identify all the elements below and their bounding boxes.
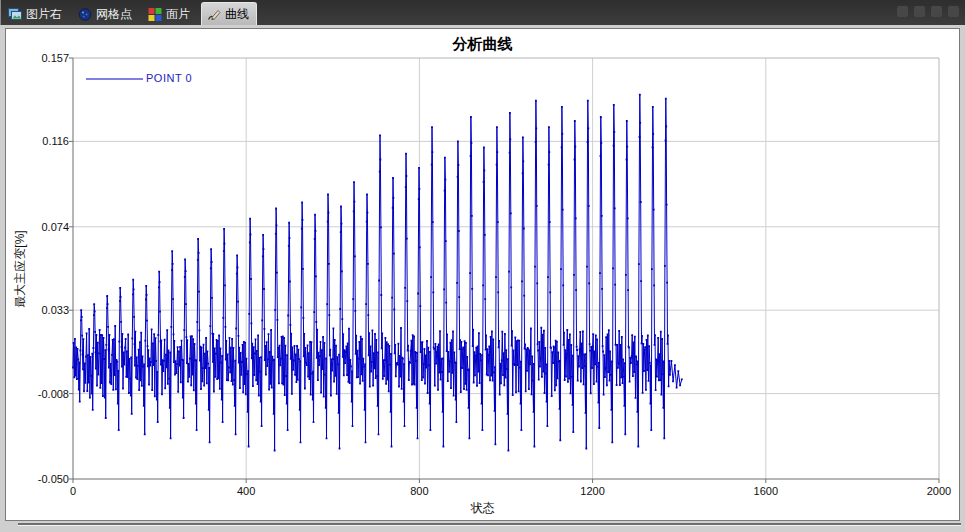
y-tick-label: -0.050 (25, 473, 69, 485)
x-tick-label: 1600 (744, 485, 788, 497)
photo-icon (8, 8, 22, 21)
toolbar-icon[interactable] (931, 6, 942, 17)
tab-label: 面片 (166, 6, 190, 23)
curve-panel: 分析曲线 POINT 0 最大主应变[%] 状态 0.1570.1160.074… (5, 28, 960, 521)
tab-mesh-points[interactable]: 网格点 (73, 4, 139, 25)
y-axis-label: 最大主应变[%] (12, 169, 26, 369)
y-tick-label: 0.074 (25, 221, 69, 233)
chart-title: 分析曲线 (6, 35, 959, 54)
y-tick-label: 0.116 (25, 135, 69, 147)
tab-curve[interactable]: 曲线 (201, 2, 257, 25)
y-tick-label: 0.157 (25, 52, 69, 64)
x-tick-label: 2000 (917, 485, 961, 497)
bottom-groove (18, 523, 961, 526)
x-tick-label: 800 (397, 485, 441, 497)
x-tick-label: 1200 (571, 485, 615, 497)
toolbar-icon[interactable] (948, 6, 959, 17)
tab-image-right[interactable]: 图片右 (3, 4, 69, 25)
mesh-point-icon (78, 8, 92, 21)
toolbar-icon[interactable] (914, 6, 925, 17)
y-tick-label: -0.008 (25, 388, 69, 400)
x-tick-label: 0 (51, 485, 95, 497)
toolbar-faint-icons (897, 6, 959, 17)
x-tick-label: 400 (224, 485, 268, 497)
tab-label: 网格点 (96, 6, 132, 23)
tab-label: 曲线 (225, 6, 249, 23)
tab-bar: 图片右 网格点 面片 (0, 0, 965, 25)
tab-patches[interactable]: 面片 (143, 4, 197, 25)
y-tick-label: 0.033 (25, 304, 69, 316)
tab-label: 图片右 (26, 6, 62, 23)
patch-icon (148, 8, 162, 21)
legend-entry-point0: POINT 0 (146, 72, 192, 84)
x-axis-label: 状态 (6, 500, 959, 517)
toolbar-icon[interactable] (897, 6, 908, 17)
analysis-chart[interactable] (6, 29, 959, 520)
curve-pen-icon (207, 8, 221, 21)
